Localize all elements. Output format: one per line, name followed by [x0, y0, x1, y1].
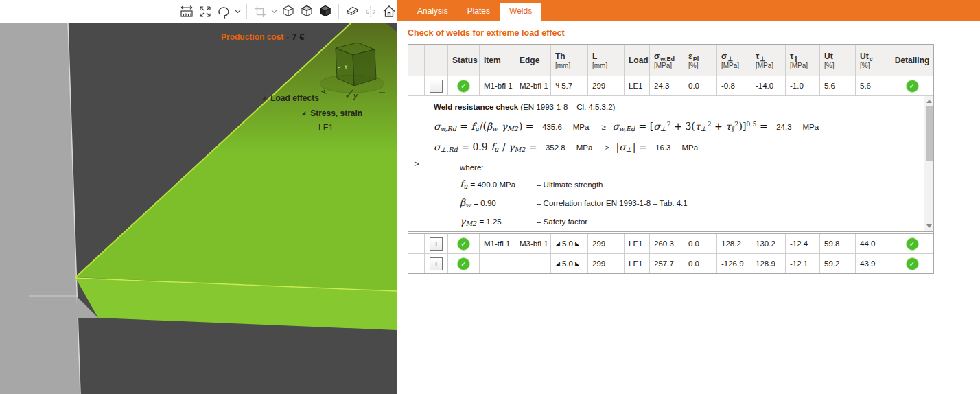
formula-line: σ⊥,Rd = 0.9 fu / γM2 = 352.8MPa≥|σ⊥| = 1…: [434, 141, 924, 153]
nav-cube-y-label: Y: [344, 63, 348, 70]
status-pass-icon: ✓: [457, 257, 470, 270]
table-row[interactable]: +✓M1-tfl 1M3-bfl 1◢5.0◣299LE1260.30.0128…: [408, 234, 933, 254]
where-symbol: γM2 = 1.25: [460, 216, 537, 227]
weld-symbol-icon: ◣: [575, 260, 580, 267]
loads-cell: LE1: [625, 254, 650, 273]
column-header: [408, 45, 425, 76]
weld-symbol-icon: Ч: [555, 82, 559, 89]
collapse-row-button[interactable]: −: [430, 80, 443, 93]
row-gutter-cell: [408, 234, 425, 253]
ut-cell: 5.6: [820, 76, 856, 95]
epsilon-pl-cell: 0.0: [684, 254, 717, 273]
row-gutter-cell: [408, 254, 425, 273]
detail-scrollbar[interactable]: [924, 96, 933, 231]
cube-solid-icon[interactable]: [317, 3, 334, 21]
detailing-cell: ✓: [891, 76, 933, 95]
tree-item-stress-strain[interactable]: ◢ Stress, strain: [301, 108, 362, 118]
sigma-wed-cell: 24.3: [650, 76, 684, 95]
utc-cell: 43.9: [856, 254, 891, 273]
throat-thickness-cell: Ч5.7: [551, 76, 588, 95]
chevron-down-icon[interactable]: [270, 3, 278, 21]
detailing-pass-icon: ✓: [906, 80, 919, 93]
weld-symbol-icon: ◢: [555, 240, 560, 247]
detail-title: Weld resistance check (EN 1993-1-8 – Cl.…: [434, 103, 924, 111]
column-header: L[mm]: [588, 45, 625, 76]
column-header: εPl[%]: [684, 45, 717, 76]
cube-shaded-icon[interactable]: [299, 3, 315, 21]
tau-perp-cell: -14.0: [751, 76, 786, 95]
tree-item-label: Load effects: [270, 93, 319, 103]
where-description: – Correlation factor EN 1993-1-8 – Tab. …: [537, 199, 688, 207]
mirror-view-icon[interactable]: [362, 3, 379, 21]
column-header: Loads: [625, 45, 650, 76]
tau-par-cell: -12.4: [786, 234, 820, 253]
weld-view-icon[interactable]: [344, 3, 360, 21]
weld-symbol-icon: ◢: [555, 260, 560, 267]
status-cell: ✓: [448, 254, 480, 273]
column-header: Ut[%]: [820, 45, 856, 76]
column-header: τ∥[MPa]: [786, 45, 820, 76]
scrollbar-down-icon[interactable]: [926, 224, 932, 228]
tau-perp-cell: 128.9: [751, 254, 786, 273]
where-description: – Ultimate strength: [537, 181, 603, 189]
viewport-panel: Y y Production cost-7 € ◢ Load effects ◢…: [0, 0, 397, 394]
home-icon[interactable]: [381, 3, 397, 21]
row-gutter-cell: [408, 76, 425, 95]
ut-cell: 59.8: [820, 234, 856, 253]
detail-expander[interactable]: >: [408, 96, 425, 231]
3d-viewport[interactable]: Y y: [0, 23, 397, 394]
table-header-row: StatusItemEdgeTh[mm]L[mm]Loadsσw,Ed[MPa]…: [408, 45, 933, 76]
column-header: σw,Ed[MPa]: [650, 45, 684, 76]
column-header: Utc[%]: [856, 45, 891, 76]
chevron-down-icon[interactable]: [234, 3, 242, 21]
sigma-wed-cell: 257.7: [650, 254, 684, 273]
tau-par-cell: -1.0: [786, 76, 820, 95]
tree-expand-icon: ◢: [301, 111, 305, 116]
where-row: βw = 0.90– Correlation factor EN 1993-1-…: [460, 197, 924, 209]
crop-view-icon[interactable]: [252, 3, 268, 21]
expander-cell: +: [425, 254, 448, 273]
where-row: γM2 = 1.25– Safety factor: [460, 216, 924, 227]
expand-row-button[interactable]: +: [430, 237, 443, 251]
rotate-view-icon[interactable]: [215, 3, 232, 21]
sigma-perp-cell: -0.8: [717, 76, 751, 95]
item-cell: M1-bfl 1: [480, 76, 515, 95]
item-cell: [480, 254, 515, 273]
column-header: Status: [448, 45, 480, 76]
tree-item-load-effects[interactable]: ◢ Load effects: [261, 93, 319, 103]
where-row: fu = 490.0 MPa– Ultimate strength: [460, 178, 924, 190]
detailing-pass-icon: ✓: [906, 237, 919, 251]
table-row[interactable]: −✓M1-bfl 1M2-bfl 1Ч5.7299LE124.30.0-0.8-…: [408, 76, 933, 96]
toolbar-separator: [246, 4, 247, 19]
production-cost-label: Production cost: [221, 32, 283, 42]
detailing-pass-icon: ✓: [906, 257, 919, 270]
detail-content: Weld resistance check (EN 1993-1-8 – Cl.…: [425, 96, 924, 231]
column-header: [425, 45, 448, 76]
throat-thickness-cell: ◢5.0◣: [551, 254, 588, 273]
tau-par-cell: -12.1: [786, 254, 820, 273]
utc-cell: 44.0: [856, 234, 891, 253]
tau-perp-cell: 130.2: [751, 234, 786, 253]
fit-view-icon[interactable]: [197, 3, 213, 21]
tree-item-le1[interactable]: LE1: [318, 123, 333, 132]
expand-row-button[interactable]: +: [430, 257, 443, 270]
measure-icon[interactable]: [178, 3, 195, 21]
utc-cell: 5.6: [856, 76, 891, 95]
tab-plates[interactable]: Plates: [458, 3, 500, 21]
weld-symbol-icon: ◣: [575, 240, 580, 247]
scrollbar-up-icon[interactable]: [926, 100, 932, 103]
tab-analysis[interactable]: Analysis: [408, 3, 458, 21]
tab-bar: Analysis Plates Welds: [397, 0, 980, 21]
weld-check-detail: >Weld resistance check (EN 1993-1-8 – Cl…: [408, 96, 933, 232]
detailing-cell: ✓: [891, 254, 933, 273]
page-title: Check of welds for extreme load effect: [408, 28, 980, 38]
status-pass-icon: ✓: [457, 237, 470, 251]
scrollbar-thumb[interactable]: [926, 106, 933, 161]
status-cell: ✓: [448, 76, 480, 95]
column-header: Edge: [515, 45, 551, 76]
edge-cell: M2-bfl 1: [515, 76, 551, 95]
table-row[interactable]: +✓◢5.0◣299LE1257.70.0-126.9128.9-12.159.…: [408, 254, 933, 273]
cube-wireframe-icon[interactable]: [280, 3, 296, 21]
tab-welds[interactable]: Welds: [500, 3, 541, 21]
formula-line: σw,Rd = fu/(βw γM2) = 435.6MPa≥σw,Ed = […: [434, 120, 924, 132]
